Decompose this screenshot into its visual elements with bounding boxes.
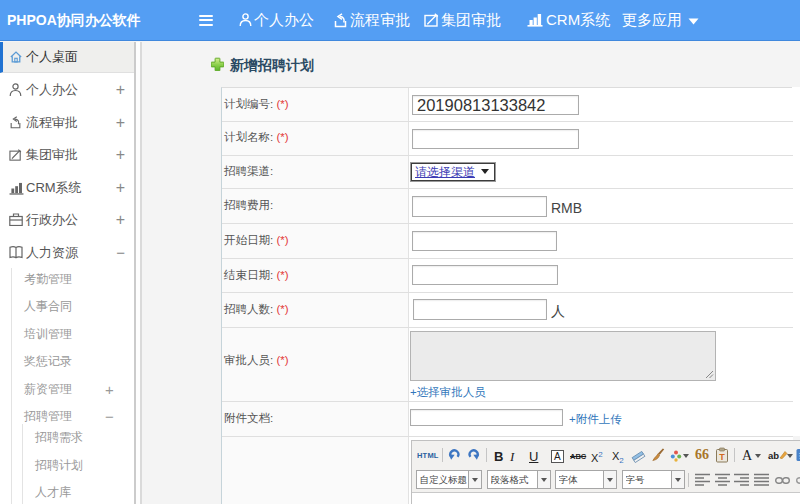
svg-text:T: T xyxy=(719,452,725,462)
